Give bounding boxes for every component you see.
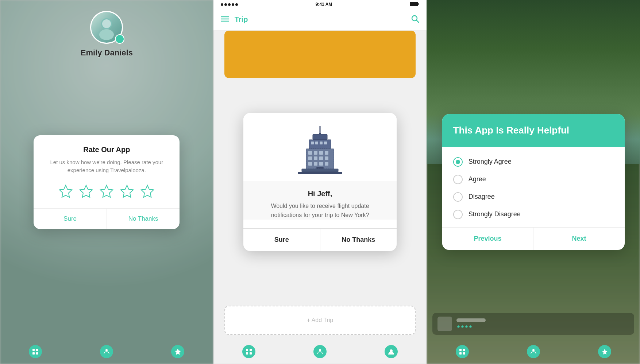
svg-rect-48 bbox=[250, 352, 252, 355]
notify-no-thanks-button[interactable]: No Thanks bbox=[320, 229, 397, 251]
center-panel: 9:41 AM Trip + Add Trip bbox=[213, 0, 427, 364]
svg-rect-37 bbox=[308, 162, 312, 166]
svg-marker-3 bbox=[59, 185, 72, 197]
star-2[interactable] bbox=[78, 183, 95, 200]
svg-point-12 bbox=[105, 349, 108, 351]
rate-title: Rate Our App bbox=[45, 146, 168, 154]
rate-subtitle: Let us know how we're doing. Please rate… bbox=[45, 158, 168, 175]
center-nav-dot-2[interactable] bbox=[313, 345, 327, 358]
status-bar: 9:41 AM bbox=[213, 0, 427, 9]
right-panel: This App Is Really Helpful Strongly Agre… bbox=[427, 0, 640, 364]
svg-rect-34 bbox=[314, 156, 317, 160]
signal-dots bbox=[221, 3, 238, 6]
right-nav-dot-3[interactable] bbox=[598, 345, 611, 358]
radio-label-strongly-disagree: Strongly Disagree bbox=[469, 210, 521, 218]
svg-marker-6 bbox=[121, 185, 133, 197]
center-nav-dot-3[interactable] bbox=[385, 345, 398, 358]
svg-rect-25 bbox=[315, 142, 318, 144]
survey-dialog: This App Is Really Helpful Strongly Agre… bbox=[442, 114, 625, 250]
center-bottom-nav bbox=[213, 345, 427, 358]
svg-rect-53 bbox=[459, 352, 462, 355]
rate-sure-button[interactable]: Sure bbox=[34, 209, 107, 229]
right-nav-dot-2[interactable] bbox=[527, 345, 540, 358]
radio-option-strongly-disagree[interactable]: Strongly Disagree bbox=[453, 210, 614, 219]
svg-point-1 bbox=[99, 29, 114, 40]
radio-option-disagree[interactable]: Disagree bbox=[453, 192, 614, 202]
place-thumbnail-1 bbox=[437, 317, 452, 331]
star-1[interactable] bbox=[57, 183, 74, 200]
radio-option-strongly-agree[interactable]: Strongly Agree bbox=[453, 157, 614, 167]
radio-label-agree: Agree bbox=[469, 175, 486, 183]
building-icon bbox=[298, 126, 342, 177]
profile-section: Emily Daniels bbox=[0, 11, 213, 58]
radio-circle-agree bbox=[453, 175, 463, 184]
notify-dialog: Hi Jeff, Would you like to receive fligh… bbox=[243, 113, 397, 251]
signal-dot-4 bbox=[232, 3, 234, 6]
survey-previous-button[interactable]: Previous bbox=[442, 228, 533, 250]
svg-rect-14 bbox=[419, 3, 420, 5]
svg-rect-36 bbox=[325, 156, 328, 160]
notify-greeting: Hi Jeff, bbox=[257, 190, 383, 198]
star-5[interactable] bbox=[139, 183, 156, 200]
place-stars-1: ★★★★ bbox=[456, 324, 486, 329]
star-3[interactable] bbox=[98, 183, 115, 200]
battery-icon bbox=[410, 1, 419, 8]
svg-rect-30 bbox=[314, 151, 317, 155]
survey-header: This App Is Really Helpful bbox=[442, 114, 625, 147]
rate-no-thanks-button[interactable]: No Thanks bbox=[107, 209, 180, 229]
center-nav-dot-1[interactable] bbox=[242, 345, 255, 358]
svg-rect-35 bbox=[319, 156, 323, 160]
svg-rect-11 bbox=[36, 352, 38, 355]
status-time: 9:41 AM bbox=[316, 2, 332, 7]
svg-marker-4 bbox=[80, 185, 92, 197]
svg-rect-10 bbox=[32, 352, 35, 355]
stars-row bbox=[45, 183, 168, 200]
survey-header-title: This App Is Really Helpful bbox=[453, 124, 614, 137]
star-4[interactable] bbox=[119, 183, 135, 200]
radio-circle-disagree bbox=[453, 192, 463, 202]
svg-rect-8 bbox=[32, 349, 35, 351]
svg-line-19 bbox=[416, 20, 419, 23]
right-nav-dot-1[interactable] bbox=[456, 345, 469, 358]
svg-point-55 bbox=[532, 349, 535, 351]
survey-next-button[interactable]: Next bbox=[533, 228, 625, 250]
left-nav-dot-1[interactable] bbox=[29, 345, 42, 358]
left-nav-dot-3[interactable] bbox=[171, 345, 184, 358]
signal-dot-3 bbox=[228, 3, 231, 6]
rate-app-dialog: Rate Our App Let us know how we're doing… bbox=[34, 135, 180, 229]
svg-rect-29 bbox=[308, 151, 312, 155]
left-bottom-nav bbox=[0, 345, 213, 358]
survey-body: Strongly Agree Agree Disagree Strongly D… bbox=[442, 147, 625, 219]
notify-sure-button[interactable]: Sure bbox=[243, 229, 320, 251]
svg-rect-26 bbox=[320, 142, 323, 144]
left-nav-dot-2[interactable] bbox=[100, 345, 113, 358]
radio-circle-strongly-disagree bbox=[453, 210, 463, 219]
svg-rect-40 bbox=[325, 162, 328, 166]
menu-icon[interactable] bbox=[221, 16, 229, 23]
svg-rect-43 bbox=[298, 172, 342, 174]
svg-rect-21 bbox=[319, 133, 321, 134]
search-icon[interactable] bbox=[411, 15, 419, 24]
svg-rect-46 bbox=[250, 349, 252, 351]
radio-option-agree[interactable]: Agree bbox=[453, 175, 614, 184]
notify-message: Would you like to receive flight update … bbox=[257, 202, 383, 220]
svg-rect-31 bbox=[319, 151, 323, 155]
svg-point-2 bbox=[102, 19, 111, 28]
notify-body: Hi Jeff, Would you like to receive fligh… bbox=[243, 181, 397, 220]
svg-rect-38 bbox=[314, 162, 317, 166]
yellow-trip-card bbox=[224, 31, 416, 78]
left-panel: Emily Daniels Rate Our App Let us know h… bbox=[0, 0, 213, 364]
svg-marker-7 bbox=[141, 185, 154, 197]
svg-rect-13 bbox=[410, 2, 418, 6]
profile-name: Emily Daniels bbox=[81, 48, 133, 58]
place-card-1: ★★★★ bbox=[432, 313, 634, 335]
avatar-badge bbox=[115, 34, 124, 44]
svg-rect-52 bbox=[463, 349, 465, 351]
svg-rect-42 bbox=[302, 169, 338, 172]
svg-rect-32 bbox=[325, 151, 328, 155]
radio-label-strongly-agree: Strongly Agree bbox=[469, 158, 512, 166]
add-trip-card[interactable]: + Add Trip bbox=[224, 306, 416, 335]
signal-dot-5 bbox=[235, 3, 238, 6]
rate-dialog-content: Rate Our App Let us know how we're doing… bbox=[34, 135, 180, 200]
svg-rect-24 bbox=[311, 142, 314, 144]
